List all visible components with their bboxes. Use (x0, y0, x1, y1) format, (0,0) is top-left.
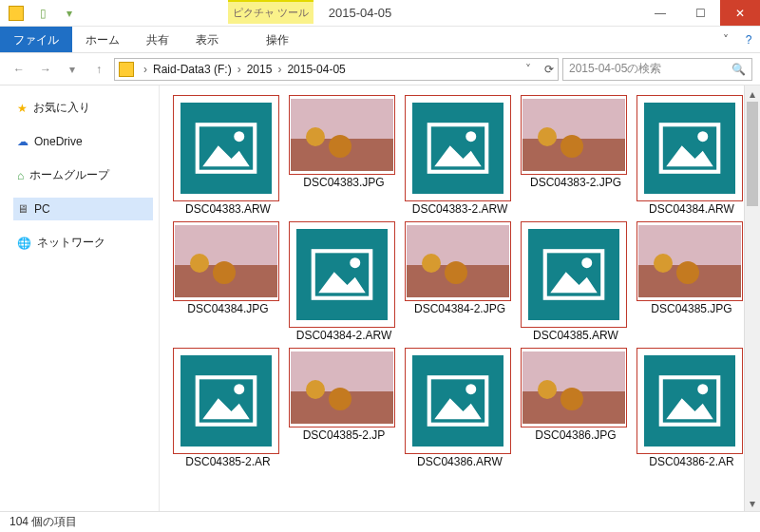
file-name: DSC04383.JPG (289, 177, 399, 189)
svg-point-3 (466, 131, 476, 142)
network-icon: 🌐 (17, 237, 31, 250)
image-placeholder-icon (173, 348, 279, 454)
file-item[interactable]: DSC04386.JPG (521, 348, 631, 468)
homegroup-icon: ⌂ (17, 169, 24, 182)
file-tab[interactable]: ファイル (0, 27, 72, 52)
image-placeholder-icon (405, 95, 511, 201)
file-item[interactable]: DSC04384-2.JPG (405, 221, 515, 342)
file-name: DSC04384-2.ARW (289, 330, 399, 342)
chevron-right-icon[interactable]: › (234, 63, 245, 76)
svg-point-7 (350, 257, 360, 268)
svg-point-15 (697, 385, 708, 395)
scroll-up-button[interactable]: ▴ (745, 86, 760, 102)
sidebar-item-homegroup[interactable]: ⌂ ホームグループ (13, 162, 153, 188)
sidebar-item-label: ネットワーク (37, 235, 105, 251)
svg-point-5 (697, 131, 708, 142)
image-placeholder-icon (521, 221, 627, 328)
file-name: DSC04385.JPG (636, 303, 747, 315)
close-button[interactable]: ✕ (720, 0, 760, 26)
sidebar-item-pc[interactable]: 🖥 PC (13, 198, 153, 220)
back-button[interactable]: ← (8, 58, 30, 81)
status-bar: 104 個の項目 (0, 511, 760, 532)
item-count: 104 個の項目 (10, 514, 77, 530)
minimize-button[interactable]: — (640, 0, 680, 26)
file-item[interactable]: DSC04385.ARW (521, 221, 631, 342)
tab-view[interactable]: 表示 (182, 27, 232, 52)
file-item[interactable]: DSC04383.JPG (289, 95, 399, 216)
maximize-button[interactable]: ☐ (680, 0, 720, 26)
photo-thumbnail (289, 95, 395, 175)
tab-manage[interactable]: 操作 (253, 27, 302, 52)
sidebar-item-network[interactable]: 🌐 ネットワーク (13, 230, 153, 256)
image-placeholder-icon (173, 95, 279, 201)
qat-overflow[interactable]: ▾ (59, 3, 80, 24)
file-item[interactable]: DSC04386.ARW (405, 348, 515, 468)
title-bar: ▯ ▾ ピクチャ ツール 2015-04-05 — ☐ ✕ (0, 0, 760, 27)
drive-icon (119, 62, 134, 77)
svg-point-13 (466, 385, 476, 395)
photo-thumbnail (521, 95, 627, 175)
forward-button[interactable]: → (34, 58, 57, 81)
sidebar-item-label: お気に入り (33, 100, 90, 116)
file-name: DSC04384.JPG (173, 303, 283, 315)
file-item[interactable]: DSC04384-2.ARW (289, 221, 399, 342)
svg-point-11 (234, 385, 244, 395)
file-name: DSC04384-2.JPG (405, 303, 515, 315)
breadcrumb-overflow[interactable]: ˅ (522, 63, 535, 76)
sidebar-item-favorites[interactable]: ★ お気に入り (13, 95, 153, 121)
file-item[interactable]: DSC04384.ARW (636, 95, 747, 216)
file-item[interactable]: DSC04384.JPG (173, 221, 283, 342)
svg-point-1 (234, 131, 244, 142)
file-name: DSC04383.ARW (173, 203, 283, 216)
cloud-icon: ☁ (17, 135, 28, 148)
svg-point-9 (581, 257, 592, 268)
contextual-tab-label: ピクチャ ツール (228, 0, 314, 24)
photo-thumbnail (521, 348, 627, 428)
file-name: DSC04385.ARW (521, 330, 631, 342)
file-name: DSC04386.JPG (521, 429, 631, 442)
scroll-down-button[interactable]: ▾ (745, 495, 760, 511)
file-item[interactable]: DSC04386-2.AR (636, 348, 747, 468)
qat-item[interactable]: ▯ (32, 3, 53, 24)
tab-home[interactable]: ホーム (72, 27, 133, 52)
crumb-1[interactable]: 2015 (247, 63, 273, 76)
photo-thumbnail (173, 221, 279, 301)
ribbon-collapse-button[interactable]: ˅ (714, 27, 737, 52)
recent-locations-button[interactable]: ▾ (61, 58, 84, 81)
vertical-scrollbar[interactable]: ▴ ▾ (744, 86, 760, 511)
image-placeholder-icon (289, 221, 395, 328)
chevron-right-icon[interactable]: › (140, 63, 151, 76)
up-button[interactable]: ↑ (87, 58, 110, 81)
file-name: DSC04386.ARW (405, 456, 515, 468)
refresh-button[interactable]: ⟳ (544, 63, 554, 76)
star-icon: ★ (17, 102, 28, 115)
file-item[interactable]: DSC04383-2.ARW (405, 95, 515, 216)
search-icon: 🔍 (732, 63, 746, 76)
photo-thumbnail (289, 348, 395, 428)
file-item[interactable]: DSC04383-2.JPG (521, 95, 631, 216)
tab-share[interactable]: 共有 (133, 27, 182, 52)
file-name: DSC04385-2.JP (289, 429, 399, 442)
file-item[interactable]: DSC04383.ARW (173, 95, 283, 216)
help-button[interactable]: ? (737, 27, 760, 52)
image-placeholder-icon (636, 348, 743, 454)
ribbon-tabs: ファイル ホーム 共有 表示 操作 ˅ ? (0, 27, 760, 53)
sidebar-item-onedrive[interactable]: ☁ OneDrive (13, 130, 153, 153)
search-input[interactable]: 2015-04-05の検索 🔍 (562, 58, 752, 81)
window-title: 2015-04-05 (80, 0, 640, 26)
file-name: DSC04383-2.ARW (405, 203, 515, 216)
sidebar-item-label: OneDrive (34, 135, 83, 148)
address-bar-row: ← → ▾ ↑ › Raid-Data3 (F:) › 2015 › 2015-… (0, 53, 760, 86)
file-pane: DSC04383.ARWDSC04383.JPGDSC04383-2.ARWDS… (160, 86, 760, 511)
file-item[interactable]: DSC04385-2.JP (289, 348, 399, 468)
crumb-root[interactable]: Raid-Data3 (F:) (153, 63, 232, 76)
crumb-2[interactable]: 2015-04-05 (287, 63, 345, 76)
chevron-right-icon[interactable]: › (274, 63, 285, 76)
scroll-thumb[interactable] (747, 102, 758, 206)
file-item[interactable]: DSC04385-2.AR (173, 348, 283, 468)
pc-icon: 🖥 (17, 202, 28, 216)
sidebar-item-label: PC (34, 202, 50, 216)
image-placeholder-icon (405, 348, 511, 454)
breadcrumb[interactable]: › Raid-Data3 (F:) › 2015 › 2015-04-05 ˅ … (114, 58, 559, 81)
file-item[interactable]: DSC04385.JPG (636, 221, 747, 342)
